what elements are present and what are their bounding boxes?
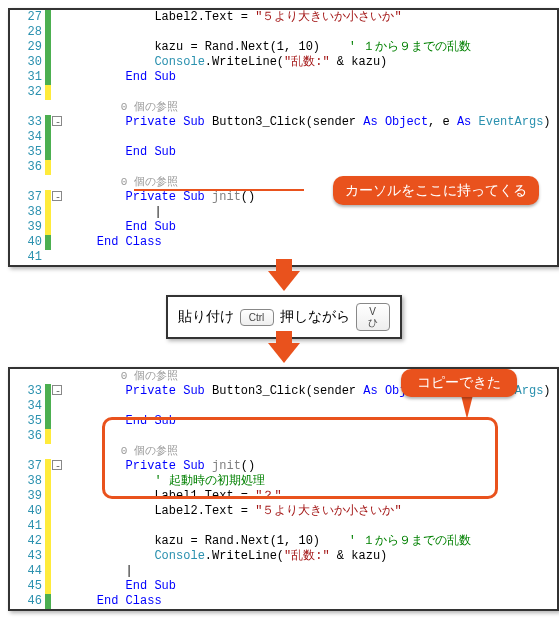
line-number: 33	[10, 384, 45, 399]
code-line[interactable]: 39 End Sub	[10, 220, 557, 235]
code-line[interactable]: 28	[10, 25, 557, 40]
line-number: 39	[10, 489, 45, 504]
code-line[interactable]: 35 End Sub	[10, 145, 557, 160]
code-text[interactable]: End Sub	[66, 220, 557, 235]
line-number: 41	[10, 519, 45, 534]
line-number: 42	[10, 534, 45, 549]
code-line[interactable]: 42 kazu = Rand.Next(1, 10) ' １から９までの乱数	[10, 534, 557, 549]
outline-toggle	[51, 564, 66, 579]
callout-copied: コピーできた	[401, 369, 517, 397]
outline-toggle	[51, 70, 66, 85]
code-editor-before[interactable]: 27 Label2.Text = "５より大きいか小さいか"2829 kazu …	[8, 8, 559, 267]
code-text[interactable]: End Sub	[66, 145, 557, 160]
code-text[interactable]: End Class	[66, 594, 557, 609]
outline-toggle[interactable]	[51, 459, 66, 474]
code-text[interactable]	[66, 130, 557, 145]
code-line[interactable]: 38 |	[10, 205, 557, 220]
code-line[interactable]: 27 Label2.Text = "５より大きいか小さいか"	[10, 10, 557, 25]
code-text[interactable]: Console.WriteLine("乱数:" & kazu)	[66, 549, 557, 564]
code-line[interactable]: 37 Private Sub jnit()	[10, 459, 557, 474]
code-line[interactable]: 40 End Class	[10, 235, 557, 250]
code-text[interactable]: kazu = Rand.Next(1, 10) ' １から９までの乱数	[66, 534, 557, 549]
code-text[interactable]	[66, 25, 557, 40]
code-text[interactable]: Console.WriteLine("乱数:" & kazu)	[66, 55, 557, 70]
code-line[interactable]: 41	[10, 519, 557, 534]
code-line[interactable]: 32	[10, 85, 557, 100]
outline-toggle	[51, 504, 66, 519]
outline-toggle[interactable]	[51, 115, 66, 130]
code-line[interactable]: 46 End Class	[10, 594, 557, 609]
code-line[interactable]: 36	[10, 160, 557, 175]
code-line[interactable]: 38 ' 起動時の初期処理	[10, 474, 557, 489]
outline-toggle	[51, 205, 66, 220]
line-number: 44	[10, 564, 45, 579]
line-number: 40	[10, 235, 45, 250]
line-number: 38	[10, 474, 45, 489]
code-line[interactable]: 45 End Sub	[10, 579, 557, 594]
code-line[interactable]: 29 kazu = Rand.Next(1, 10) ' １から９までの乱数	[10, 40, 557, 55]
line-number: 35	[10, 414, 45, 429]
code-text[interactable]: kazu = Rand.Next(1, 10) ' １から９までの乱数	[66, 40, 557, 55]
outline-toggle[interactable]	[51, 190, 66, 205]
code-text[interactable]	[66, 160, 557, 175]
code-text[interactable]: |	[66, 205, 557, 220]
outline-toggle	[51, 474, 66, 489]
code-line[interactable]: 36	[10, 429, 557, 444]
arrow-down-icon	[268, 271, 300, 291]
code-text[interactable]: Label1.Text = "？"	[66, 489, 557, 504]
code-text[interactable]: Label2.Text = "５より大きいか小さいか"	[66, 10, 557, 25]
code-line[interactable]: 39 Label1.Text = "？"	[10, 489, 557, 504]
outline-toggle	[51, 25, 66, 40]
line-number: 28	[10, 25, 45, 40]
code-line[interactable]: 30 Console.WriteLine("乱数:" & kazu)	[10, 55, 557, 70]
code-line[interactable]: 33 Private Sub Button3_Click(sender As O…	[10, 115, 557, 130]
code-line[interactable]: 44 |	[10, 564, 557, 579]
outline-toggle	[51, 235, 66, 250]
code-text[interactable]: ' 起動時の初期処理	[66, 474, 557, 489]
line-number: 45	[10, 579, 45, 594]
line-number: 37	[10, 190, 45, 205]
code-text[interactable]: End Class	[66, 235, 557, 250]
outline-toggle[interactable]	[51, 384, 66, 399]
code-text[interactable]: End Sub	[66, 414, 557, 429]
callout-pointer-line	[134, 189, 304, 191]
code-text[interactable]: End Sub	[66, 579, 557, 594]
key-ctrl: Ctrl	[240, 309, 274, 326]
code-text[interactable]	[66, 519, 557, 534]
line-number: 35	[10, 145, 45, 160]
code-line[interactable]: 40 Label2.Text = "５より大きいか小さいか"	[10, 504, 557, 519]
code-line[interactable]: 34	[10, 399, 557, 414]
code-text[interactable]	[66, 250, 557, 265]
code-text[interactable]: End Sub	[66, 70, 557, 85]
code-line[interactable]: 35 End Sub	[10, 414, 557, 429]
line-number: 36	[10, 160, 45, 175]
paste-label: 貼り付け	[178, 308, 234, 326]
code-text[interactable]	[66, 85, 557, 100]
press-while-label: 押しながら	[280, 308, 350, 326]
line-number: 46	[10, 594, 45, 609]
outline-toggle	[51, 534, 66, 549]
codelens-references[interactable]: 0 個の参照	[10, 444, 557, 459]
code-line[interactable]: 34	[10, 130, 557, 145]
outline-toggle	[51, 250, 66, 265]
outline-toggle	[51, 414, 66, 429]
outline-toggle	[51, 429, 66, 444]
code-line[interactable]: 43 Console.WriteLine("乱数:" & kazu)	[10, 549, 557, 564]
code-line[interactable]: 31 End Sub	[10, 70, 557, 85]
codelens-references[interactable]: 0 個の参照	[10, 100, 557, 115]
code-text[interactable]: Private Sub Button3_Click(sender As Obje…	[66, 115, 557, 130]
outline-toggle	[51, 579, 66, 594]
code-text[interactable]: Private Sub jnit()	[66, 459, 557, 474]
code-editor-after[interactable]: コピーできた 0 個の参照33 Private Sub Button3_Clic…	[8, 367, 559, 611]
code-text[interactable]	[66, 429, 557, 444]
line-number: 34	[10, 399, 45, 414]
line-number: 31	[10, 70, 45, 85]
outline-toggle	[51, 399, 66, 414]
outline-toggle	[51, 145, 66, 160]
code-text[interactable]	[66, 399, 557, 414]
arrow-down-icon	[268, 343, 300, 363]
outline-toggle	[51, 130, 66, 145]
code-text[interactable]: Label2.Text = "５より大きいか小さいか"	[66, 504, 557, 519]
line-number: 34	[10, 130, 45, 145]
code-text[interactable]: |	[66, 564, 557, 579]
